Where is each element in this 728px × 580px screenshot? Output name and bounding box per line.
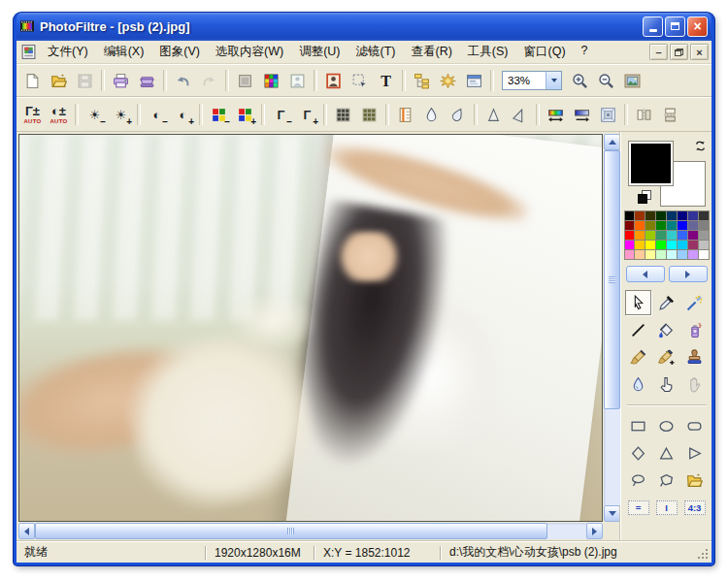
palette-color-26[interactable] bbox=[645, 241, 655, 249]
load-selection-button[interactable] bbox=[681, 467, 708, 493]
palette-color-9[interactable] bbox=[635, 221, 645, 230]
vertical-scroll-thumb[interactable] bbox=[604, 150, 620, 409]
paste-as-selection-button[interactable] bbox=[347, 69, 373, 93]
outer-frame-button[interactable] bbox=[595, 103, 621, 127]
select-triangle-right-button[interactable] bbox=[681, 440, 708, 466]
horizontal-scroll-track[interactable] bbox=[35, 523, 586, 539]
palette-color-7[interactable] bbox=[699, 211, 709, 220]
option-ratio-4-3-button[interactable]: 4:3 bbox=[681, 495, 708, 520]
sharpen-button[interactable] bbox=[480, 103, 507, 127]
menu-item-10[interactable]: ? bbox=[574, 41, 596, 63]
fill-button[interactable] bbox=[653, 317, 679, 342]
scroll-down-button[interactable] bbox=[604, 505, 620, 522]
menu-item-9[interactable]: 窗口(Q) bbox=[516, 41, 574, 63]
paintbrush-button[interactable] bbox=[625, 344, 651, 370]
advanced-brush-button[interactable] bbox=[653, 344, 679, 370]
flip-button[interactable] bbox=[657, 103, 683, 127]
palette-color-8[interactable] bbox=[625, 221, 635, 230]
horizontal-scrollbar[interactable] bbox=[18, 523, 603, 539]
close-button[interactable]: × bbox=[687, 16, 708, 37]
saturation-plus-button[interactable]: + bbox=[232, 103, 258, 127]
palette-color-25[interactable] bbox=[635, 241, 645, 249]
palette-color-34[interactable] bbox=[645, 250, 655, 259]
text-button[interactable]: T bbox=[373, 69, 399, 93]
explorer-button[interactable] bbox=[409, 69, 435, 93]
palette-prev-button[interactable] bbox=[626, 266, 665, 282]
zoom-out-button[interactable] bbox=[593, 69, 619, 93]
scroll-up-button[interactable] bbox=[604, 134, 620, 150]
option-equal-button[interactable]: = bbox=[625, 495, 651, 520]
horizontal-scroll-thumb[interactable] bbox=[35, 523, 547, 539]
canvas-size-button[interactable] bbox=[569, 103, 595, 127]
minimize-button[interactable] bbox=[643, 16, 663, 37]
palette-color-22[interactable] bbox=[688, 231, 698, 240]
mdi-minimize-button[interactable]: – bbox=[649, 44, 668, 60]
transparency-button[interactable] bbox=[284, 69, 311, 93]
brightness-plus-button[interactable]: ☀+ bbox=[108, 103, 134, 127]
titlebar[interactable]: PhotoFiltre - [psb (2).jpg] × bbox=[17, 13, 711, 41]
palette-color-39[interactable] bbox=[699, 250, 709, 259]
foreground-color-swatch[interactable] bbox=[628, 141, 674, 186]
hide-selection-button[interactable] bbox=[232, 69, 258, 93]
palette-color-3[interactable] bbox=[656, 211, 666, 220]
blur-tool-button[interactable] bbox=[625, 371, 651, 397]
palette-color-37[interactable] bbox=[678, 250, 687, 259]
select-diamond-button[interactable] bbox=[625, 440, 651, 466]
selection-arrow-button[interactable] bbox=[625, 290, 651, 315]
menu-item-5[interactable]: 调整(U) bbox=[291, 41, 347, 63]
menu-item-8[interactable]: 工具(S) bbox=[460, 41, 516, 63]
menu-item-2[interactable]: 编辑(X) bbox=[96, 41, 152, 63]
maximize-button[interactable] bbox=[665, 16, 685, 37]
palette-color-2[interactable] bbox=[645, 211, 655, 220]
zoom-combobox[interactable]: 33% bbox=[502, 71, 562, 90]
palette-color-6[interactable] bbox=[688, 211, 698, 220]
resize-grip[interactable] bbox=[698, 549, 710, 561]
indexed-colors-button[interactable] bbox=[258, 69, 284, 93]
magic-wand-button[interactable] bbox=[681, 290, 708, 315]
eyedropper-button[interactable] bbox=[653, 290, 679, 315]
mdi-restore-button[interactable] bbox=[670, 44, 688, 60]
palette-color-33[interactable] bbox=[635, 250, 645, 259]
select-rectangle-button[interactable] bbox=[625, 413, 651, 438]
palette-color-14[interactable] bbox=[688, 221, 698, 230]
brightness-minus-button[interactable]: ☀− bbox=[82, 103, 108, 127]
default-colors-icon[interactable] bbox=[638, 190, 651, 204]
menu-item-7[interactable]: 查看(R) bbox=[403, 41, 459, 63]
palette-color-35[interactable] bbox=[656, 250, 666, 259]
option-one-button[interactable]: I bbox=[653, 495, 679, 520]
palette-color-11[interactable] bbox=[656, 221, 666, 230]
select-polygon-button[interactable] bbox=[653, 467, 679, 493]
palette-color-24[interactable] bbox=[625, 241, 635, 249]
select-triangle-button[interactable] bbox=[653, 440, 679, 466]
palette-color-17[interactable] bbox=[635, 231, 645, 240]
menu-item-3[interactable]: 图象(V) bbox=[151, 41, 208, 63]
palette-color-20[interactable] bbox=[667, 231, 677, 240]
menu-item-6[interactable]: 滤镜(T) bbox=[348, 41, 404, 63]
swap-colors-icon[interactable] bbox=[693, 139, 708, 153]
select-ellipse-button[interactable] bbox=[653, 413, 679, 438]
palette-color-12[interactable] bbox=[667, 221, 677, 230]
scroll-left-button[interactable] bbox=[18, 523, 35, 539]
menu-item-1[interactable]: 文件(Y) bbox=[40, 41, 96, 63]
vertical-scroll-track[interactable] bbox=[604, 150, 620, 505]
image-size-button[interactable] bbox=[543, 103, 569, 127]
palette-color-5[interactable] bbox=[678, 211, 687, 220]
photomasque-button[interactable] bbox=[435, 69, 461, 93]
palette-next-button[interactable] bbox=[669, 266, 708, 282]
palette-color-29[interactable] bbox=[678, 241, 687, 249]
palette-color-4[interactable] bbox=[667, 211, 677, 220]
menu-item-4[interactable]: 选取内容(W) bbox=[208, 41, 291, 63]
scan-button[interactable] bbox=[134, 69, 160, 93]
line-button[interactable] bbox=[625, 317, 651, 342]
palette-color-27[interactable] bbox=[656, 241, 666, 249]
mdi-close-button[interactable]: × bbox=[690, 44, 709, 60]
auto-levels-button[interactable]: Γ±AUTO bbox=[19, 103, 46, 127]
clone-stamp-button[interactable] bbox=[681, 344, 708, 370]
palette-color-31[interactable] bbox=[699, 241, 709, 249]
vertical-scrollbar[interactable] bbox=[604, 134, 620, 522]
image-properties-button[interactable] bbox=[320, 69, 347, 93]
relief-button[interactable] bbox=[392, 103, 418, 127]
palette-color-23[interactable] bbox=[699, 231, 709, 240]
palette-color-21[interactable] bbox=[678, 231, 687, 240]
undo-button[interactable] bbox=[170, 69, 196, 93]
